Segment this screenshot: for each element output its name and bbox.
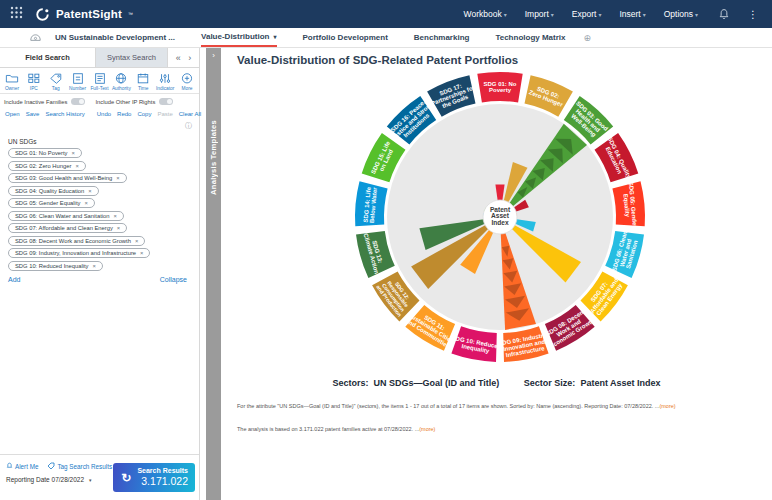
remove-filter-icon[interactable]: × [92,263,95,269]
expand-templates-icon[interactable]: › [212,51,215,60]
remove-filter-icon[interactable]: × [72,150,75,156]
remove-filter-icon[interactable]: × [116,175,119,181]
more-link[interactable]: (more) [659,403,675,409]
value-distribution-chart[interactable]: SDG 01: NoPovertySDG 02:Zero HungerSDG 0… [320,55,680,375]
filter-pill[interactable]: SDG 03: Good Health and Well-Being× [8,173,127,183]
sector-size-value: Patent Asset Index [580,378,660,388]
tool-tag[interactable]: Tag [45,72,67,91]
link-search-history[interactable]: Search History [45,111,84,117]
patentsight-logo: PatentSight™ [35,7,133,22]
caret-down-icon: ▾ [273,33,276,40]
indicator-icon [158,72,172,85]
tool-owner[interactable]: Owner [1,72,23,91]
time-icon [136,72,150,85]
chart-center-label: PatentAssetIndex [490,206,511,226]
remove-filter-icon[interactable]: × [88,188,91,194]
add-sheet-icon[interactable]: ⊕ [584,33,592,43]
sheet-tab-benchmarking[interactable]: Benchmarking [414,28,470,47]
filter-pill[interactable]: SDG 10: Reduced Inequality× [8,261,103,271]
filter-pill[interactable]: SDG 08: Decent Work and Economic Growth× [8,236,145,246]
toggle-row: Include Inactive Families Include Other … [0,94,199,108]
notifications-bell-icon[interactable] [718,8,730,21]
tool-authority[interactable]: Authority [110,72,132,91]
analysis-templates-rail[interactable]: › Analysis Templates [206,48,221,500]
caret-down-icon: ▾ [643,12,646,18]
remove-filter-icon[interactable]: × [114,213,117,219]
filter-pill[interactable]: SDG 06: Clean Water and Sanitation× [8,211,124,221]
search-panel: Field Search Syntax Search « › OwnerIPCT… [0,48,200,500]
link-copy[interactable]: Copy [137,111,151,117]
ipc-icon [27,72,41,85]
sector-size-label: Sector Size: [524,378,576,388]
analysis-templates-label: Analysis Templates [209,120,218,195]
topbar-menus: Workbook▾Import▾Export▾Insert▾Options▾ [464,9,698,19]
tool-ipc[interactable]: IPC [23,72,45,91]
menu-workbook[interactable]: Workbook▾ [464,9,507,19]
more-link[interactable]: (more) [419,426,435,432]
remove-filter-icon[interactable]: × [75,163,78,169]
number-icon [71,72,85,85]
info-icon[interactable]: ⓘ [185,122,192,129]
alert-me-link[interactable]: Alert Me [6,462,38,470]
toggle-inactive-families-label: Include Inactive Families [4,99,67,105]
tag-icon [47,462,55,470]
filter-pill[interactable]: SDG 02: Zero Hunger× [8,161,86,171]
app-launcher-icon[interactable] [10,5,23,23]
forward-icon[interactable]: › [188,53,191,63]
tool-fulltext[interactable]: Full-Text [89,72,111,91]
brand-name: PatentSight [56,8,122,20]
tag-search-results-link[interactable]: Tag Search Results [47,462,112,470]
search-results-button[interactable]: ↻ Search Results 3.171.022 [113,463,195,492]
remove-filter-icon[interactable]: × [84,200,87,206]
menu-options[interactable]: Options▾ [664,9,698,19]
collapse-filters-link[interactable]: Collapse [160,276,187,283]
remove-filter-icon[interactable]: × [117,225,120,231]
sheet-tab-un-sustainable-development[interactable]: UN Sustainable Development ... [55,28,175,47]
filter-pill[interactable]: SDG 07: Affordable and Clean Energy× [8,223,127,233]
filter-pill[interactable]: SDG 05: Gender Equality× [8,198,95,208]
workbook-icon[interactable] [30,33,41,43]
tool-indicator[interactable]: Indicator [154,72,176,91]
remove-filter-icon[interactable]: × [135,238,138,244]
tool-time[interactable]: Time [132,72,154,91]
sheet-tab-portfolio-development[interactable]: Portfolio Development [303,28,388,47]
add-filter-link[interactable]: Add [8,276,20,283]
collapse-panel-icon[interactable]: « [176,53,181,63]
filter-pill[interactable]: SDG 01: No Poverty× [8,148,82,158]
sheet-tabs: UN Sustainable Development ...Value-Dist… [55,28,566,47]
tag-icon [49,72,63,85]
tool-more[interactable]: More [176,72,198,91]
menu-import[interactable]: Import▾ [525,9,554,19]
link-redo[interactable]: Redo [117,111,131,117]
filter-pill[interactable]: SDG 04: Quality Education× [8,186,99,196]
sheet-tab-technology-matrix[interactable]: Technology Matrix [495,28,565,47]
refresh-icon: ↻ [121,471,131,485]
tab-syntax-search[interactable]: Syntax Search [96,48,168,67]
trademark: ™ [128,11,133,17]
remove-filter-icon[interactable]: × [140,250,143,256]
chart-footnote-2: The analysis is based on 3.171.022 paten… [237,426,435,432]
caret-down-icon: ▾ [551,12,554,18]
toggle-inactive-families-switch[interactable] [71,98,85,105]
link-clear-all[interactable]: Clear All [179,111,201,117]
link-undo[interactable]: Undo [97,111,111,117]
more-options-kebab-icon[interactable]: ⋮ [748,9,758,20]
tab-field-search[interactable]: Field Search [0,48,96,67]
search-field-toolbar: OwnerIPCTagNumberFull-TextAuthorityTimeI… [0,68,199,94]
panel-nav-arrows: « › [168,48,199,67]
link-save[interactable]: Save [26,111,40,117]
link-open[interactable]: Open [5,111,20,117]
main-content: Value-Distribution of SDG-Related Patent… [221,48,772,500]
filter-group-label: UN SDGs [8,138,199,145]
sheet-tab-value-distribution[interactable]: Value-Distribution▾ [201,28,276,47]
filter-pill[interactable]: SDG 09: Industry, Innovation and Infrast… [8,248,150,258]
sheet-tab-bar: UN Sustainable Development ...Value-Dist… [0,28,772,48]
more-icon [180,72,194,85]
tool-number[interactable]: Number [67,72,89,91]
menu-insert[interactable]: Insert▾ [619,9,645,19]
alert-bell-icon [6,462,13,470]
search-panel-footer: Alert Me Tag Search Results Reporting Da… [0,454,199,500]
menu-export[interactable]: Export▾ [572,9,602,19]
toggle-other-ip-rights-switch[interactable] [159,98,173,105]
fulltext-icon [93,72,107,85]
